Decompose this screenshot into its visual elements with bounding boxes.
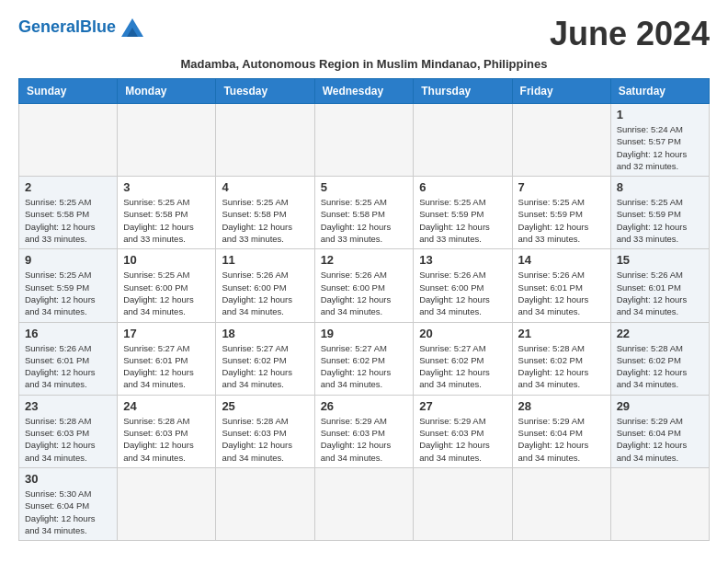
day-info: Sunrise: 5:29 AM Sunset: 6:03 PM Dayligh… bbox=[419, 415, 506, 464]
day-info: Sunrise: 5:25 AM Sunset: 5:59 PM Dayligh… bbox=[25, 269, 111, 317]
calendar-cell: 30Sunrise: 5:30 AM Sunset: 6:04 PM Dayli… bbox=[19, 467, 118, 540]
day-number: 4 bbox=[222, 180, 308, 194]
day-info: Sunrise: 5:26 AM Sunset: 6:00 PM Dayligh… bbox=[321, 269, 408, 317]
calendar-cell: 8Sunrise: 5:25 AM Sunset: 5:59 PM Daylig… bbox=[610, 177, 709, 249]
calendar-cell: 13Sunrise: 5:26 AM Sunset: 6:00 PM Dayli… bbox=[414, 249, 512, 322]
calendar-cell bbox=[19, 104, 118, 177]
day-info: Sunrise: 5:25 AM Sunset: 5:59 PM Dayligh… bbox=[518, 196, 605, 245]
day-info: Sunrise: 5:25 AM Sunset: 5:58 PM Dayligh… bbox=[222, 196, 308, 245]
day-number: 28 bbox=[518, 399, 605, 413]
day-info: Sunrise: 5:27 AM Sunset: 6:01 PM Dayligh… bbox=[123, 342, 210, 391]
col-sunday: Sunday bbox=[19, 79, 118, 104]
day-number: 20 bbox=[419, 327, 506, 340]
day-number: 16 bbox=[25, 327, 111, 340]
day-number: 3 bbox=[123, 180, 210, 194]
calendar-cell: 27Sunrise: 5:29 AM Sunset: 6:03 PM Dayli… bbox=[414, 395, 512, 467]
calendar-cell: 5Sunrise: 5:25 AM Sunset: 5:58 PM Daylig… bbox=[314, 177, 414, 249]
day-number: 15 bbox=[617, 253, 703, 267]
calendar-cell: 6Sunrise: 5:25 AM Sunset: 5:59 PM Daylig… bbox=[414, 177, 512, 249]
day-info: Sunrise: 5:27 AM Sunset: 6:02 PM Dayligh… bbox=[419, 342, 506, 391]
col-monday: Monday bbox=[118, 79, 216, 104]
day-number: 29 bbox=[617, 399, 703, 413]
calendar-cell: 19Sunrise: 5:27 AM Sunset: 6:02 PM Dayli… bbox=[314, 322, 414, 395]
day-info: Sunrise: 5:25 AM Sunset: 5:58 PM Dayligh… bbox=[25, 196, 111, 245]
day-number: 12 bbox=[321, 253, 408, 267]
day-number: 21 bbox=[518, 327, 605, 340]
calendar-cell: 25Sunrise: 5:28 AM Sunset: 6:03 PM Dayli… bbox=[216, 395, 314, 467]
col-saturday: Saturday bbox=[610, 79, 709, 104]
calendar-cell bbox=[512, 104, 610, 177]
col-thursday: Thursday bbox=[414, 79, 512, 104]
day-info: Sunrise: 5:29 AM Sunset: 6:04 PM Dayligh… bbox=[617, 415, 703, 464]
calendar-cell bbox=[414, 467, 512, 540]
day-info: Sunrise: 5:29 AM Sunset: 6:03 PM Dayligh… bbox=[321, 415, 408, 464]
calendar-cell: 18Sunrise: 5:27 AM Sunset: 6:02 PM Dayli… bbox=[216, 322, 314, 395]
day-info: Sunrise: 5:26 AM Sunset: 6:01 PM Dayligh… bbox=[617, 269, 703, 317]
calendar-cell: 14Sunrise: 5:26 AM Sunset: 6:01 PM Dayli… bbox=[512, 249, 610, 322]
day-info: Sunrise: 5:28 AM Sunset: 6:03 PM Dayligh… bbox=[222, 415, 308, 464]
day-info: Sunrise: 5:28 AM Sunset: 6:03 PM Dayligh… bbox=[123, 415, 210, 464]
calendar-cell: 11Sunrise: 5:26 AM Sunset: 6:00 PM Dayli… bbox=[216, 249, 314, 322]
subtitle: Madamba, Autonomous Region in Muslim Min… bbox=[18, 57, 710, 71]
day-number: 2 bbox=[25, 180, 111, 194]
day-info: Sunrise: 5:28 AM Sunset: 6:02 PM Dayligh… bbox=[617, 342, 703, 391]
calendar-week-row: 9Sunrise: 5:25 AM Sunset: 5:59 PM Daylig… bbox=[19, 249, 710, 322]
day-number: 10 bbox=[123, 253, 210, 267]
month-title: June 2024 bbox=[550, 15, 710, 53]
calendar-cell: 9Sunrise: 5:25 AM Sunset: 5:59 PM Daylig… bbox=[19, 249, 118, 322]
day-info: Sunrise: 5:25 AM Sunset: 5:59 PM Dayligh… bbox=[419, 196, 506, 245]
day-info: Sunrise: 5:24 AM Sunset: 5:57 PM Dayligh… bbox=[617, 123, 703, 172]
col-tuesday: Tuesday bbox=[216, 79, 314, 104]
day-number: 17 bbox=[123, 327, 210, 340]
day-info: Sunrise: 5:28 AM Sunset: 6:02 PM Dayligh… bbox=[518, 342, 605, 391]
day-number: 11 bbox=[222, 253, 308, 267]
calendar-cell bbox=[610, 467, 709, 540]
calendar-cell bbox=[314, 104, 414, 177]
col-friday: Friday bbox=[512, 79, 610, 104]
day-number: 5 bbox=[321, 180, 408, 194]
day-info: Sunrise: 5:27 AM Sunset: 6:02 PM Dayligh… bbox=[321, 342, 408, 391]
day-number: 13 bbox=[419, 253, 506, 267]
calendar-cell: 4Sunrise: 5:25 AM Sunset: 5:58 PM Daylig… bbox=[216, 177, 314, 249]
day-info: Sunrise: 5:29 AM Sunset: 6:04 PM Dayligh… bbox=[518, 415, 605, 464]
calendar-cell bbox=[512, 467, 610, 540]
day-number: 1 bbox=[617, 108, 703, 121]
day-number: 25 bbox=[222, 399, 308, 413]
day-info: Sunrise: 5:30 AM Sunset: 6:04 PM Dayligh… bbox=[25, 488, 111, 536]
day-info: Sunrise: 5:26 AM Sunset: 6:01 PM Dayligh… bbox=[518, 269, 605, 317]
day-number: 26 bbox=[321, 399, 408, 413]
calendar-cell: 1Sunrise: 5:24 AM Sunset: 5:57 PM Daylig… bbox=[610, 104, 709, 177]
logo-general: General bbox=[18, 17, 80, 36]
calendar-cell: 7Sunrise: 5:25 AM Sunset: 5:59 PM Daylig… bbox=[512, 177, 610, 249]
calendar-cell: 3Sunrise: 5:25 AM Sunset: 5:58 PM Daylig… bbox=[118, 177, 216, 249]
calendar-week-row: 16Sunrise: 5:26 AM Sunset: 6:01 PM Dayli… bbox=[19, 322, 710, 395]
logo-blue: Blue bbox=[80, 17, 116, 36]
calendar-week-row: 1Sunrise: 5:24 AM Sunset: 5:57 PM Daylig… bbox=[19, 104, 710, 177]
day-info: Sunrise: 5:26 AM Sunset: 6:01 PM Dayligh… bbox=[25, 342, 111, 391]
day-info: Sunrise: 5:25 AM Sunset: 5:59 PM Dayligh… bbox=[617, 196, 703, 245]
logo: GeneralBlue bbox=[18, 15, 147, 40]
day-number: 30 bbox=[25, 472, 111, 486]
calendar-cell bbox=[314, 467, 414, 540]
calendar-cell bbox=[414, 104, 512, 177]
calendar-cell: 15Sunrise: 5:26 AM Sunset: 6:01 PM Dayli… bbox=[610, 249, 709, 322]
day-number: 19 bbox=[321, 327, 408, 340]
calendar-cell: 26Sunrise: 5:29 AM Sunset: 6:03 PM Dayli… bbox=[314, 395, 414, 467]
calendar-cell: 22Sunrise: 5:28 AM Sunset: 6:02 PM Dayli… bbox=[610, 322, 709, 395]
logo-icon bbox=[118, 15, 147, 40]
day-info: Sunrise: 5:25 AM Sunset: 5:58 PM Dayligh… bbox=[123, 196, 210, 245]
day-info: Sunrise: 5:26 AM Sunset: 6:00 PM Dayligh… bbox=[222, 269, 308, 317]
calendar-cell: 2Sunrise: 5:25 AM Sunset: 5:58 PM Daylig… bbox=[19, 177, 118, 249]
day-info: Sunrise: 5:26 AM Sunset: 6:00 PM Dayligh… bbox=[419, 269, 506, 317]
day-info: Sunrise: 5:27 AM Sunset: 6:02 PM Dayligh… bbox=[222, 342, 308, 391]
calendar-cell: 16Sunrise: 5:26 AM Sunset: 6:01 PM Dayli… bbox=[19, 322, 118, 395]
calendar-cell: 20Sunrise: 5:27 AM Sunset: 6:02 PM Dayli… bbox=[414, 322, 512, 395]
day-number: 9 bbox=[25, 253, 111, 267]
day-info: Sunrise: 5:25 AM Sunset: 5:58 PM Dayligh… bbox=[321, 196, 408, 245]
calendar-cell: 28Sunrise: 5:29 AM Sunset: 6:04 PM Dayli… bbox=[512, 395, 610, 467]
calendar-cell bbox=[216, 104, 314, 177]
calendar-cell: 29Sunrise: 5:29 AM Sunset: 6:04 PM Dayli… bbox=[610, 395, 709, 467]
day-number: 24 bbox=[123, 399, 210, 413]
calendar-cell bbox=[118, 104, 216, 177]
col-wednesday: Wednesday bbox=[314, 79, 414, 104]
